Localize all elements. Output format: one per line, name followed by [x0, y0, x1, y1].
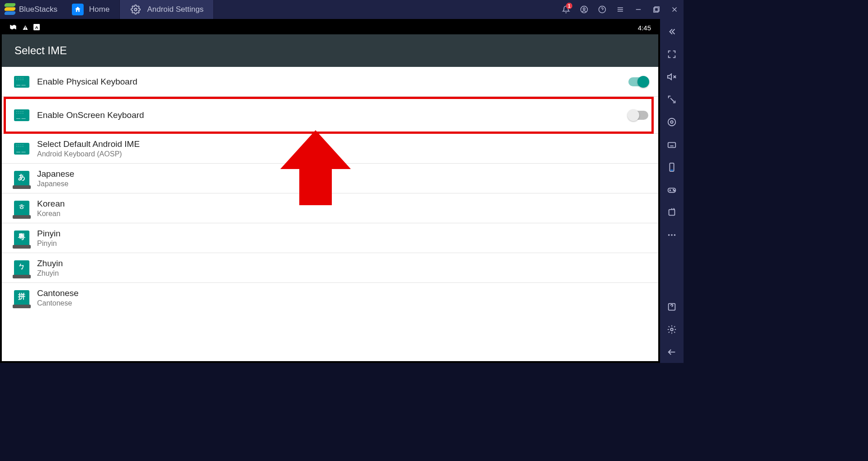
install-apk-icon[interactable]	[660, 202, 684, 223]
tab-android-settings[interactable]: Android Settings	[120, 0, 214, 19]
row-title: Enable OnScreen Keyboard	[37, 110, 628, 120]
right-toolbar	[660, 19, 684, 363]
svg-rect-25	[670, 170, 673, 171]
notifications-icon[interactable]: 1	[557, 0, 575, 19]
row-japanese[interactable]: あ Japanese Japanese	[2, 164, 658, 193]
gear-icon	[130, 4, 142, 15]
android-frame: A 4:45 Select IME Enable Physical Keyboa…	[0, 19, 660, 363]
svg-point-18	[668, 118, 676, 126]
tab-home-label: Home	[89, 5, 109, 14]
keyboard-icon	[12, 76, 32, 88]
settings-list: Enable Physical Keyboard Enable OnScreen…	[2, 67, 658, 361]
help-square-icon[interactable]	[660, 296, 684, 318]
toggle-physical-keyboard[interactable]	[628, 77, 648, 86]
row-enable-physical-keyboard[interactable]: Enable Physical Keyboard	[2, 67, 658, 97]
row-title: Japanese	[37, 169, 648, 179]
warning-icon	[22, 24, 29, 32]
svg-point-2	[583, 8, 585, 10]
row-subtitle: Cantonese	[37, 299, 648, 307]
svg-point-17	[670, 121, 673, 123]
keyboard-icon	[12, 143, 32, 155]
keyboard-icon	[12, 109, 32, 121]
notification-badge: 1	[566, 3, 572, 9]
account-icon[interactable]	[575, 0, 593, 19]
gamepad-icon[interactable]	[660, 179, 684, 201]
row-title: Enable Physical Keyboard	[37, 77, 628, 87]
row-cantonese[interactable]: 拼 Cantonese Cantonese	[2, 283, 658, 313]
glyph: 拼	[14, 292, 29, 301]
app-name: BlueStacks	[19, 5, 57, 14]
row-pinyin[interactable]: 粵 Pinyin Pinyin	[2, 223, 658, 253]
titlebar: BlueStacks Home Android Settings 1	[0, 0, 684, 19]
collapse-sidebar-icon[interactable]	[660, 21, 684, 42]
maximize-icon[interactable]	[647, 0, 665, 19]
location-icon[interactable]	[660, 111, 684, 133]
row-subtitle: Android Keyboard (AOSP)	[37, 150, 648, 158]
glyph: ㅎ	[14, 202, 29, 212]
android-status-bar: A 4:45	[2, 21, 658, 34]
language-icon: 拼	[12, 290, 32, 306]
row-subtitle: Zhuyin	[37, 269, 648, 278]
row-subtitle: Korean	[37, 210, 648, 218]
row-korean[interactable]: ㅎ Korean Korean	[2, 193, 658, 223]
row-subtitle: Pinyin	[37, 240, 648, 248]
svg-rect-31	[669, 210, 675, 216]
row-enable-onscreen-keyboard[interactable]: Enable OnScreen Keyboard	[2, 97, 658, 134]
hamburger-menu-icon[interactable]	[611, 0, 629, 19]
glyph: あ	[14, 173, 29, 182]
language-icon: ㅎ	[12, 201, 32, 216]
glyph: 粵	[14, 232, 29, 242]
row-title: Korean	[37, 199, 648, 209]
svg-point-34	[674, 234, 676, 236]
home-icon	[72, 4, 84, 15]
svg-point-30	[674, 190, 675, 191]
tab-home[interactable]: Home	[62, 0, 120, 19]
row-subtitle: Japanese	[37, 180, 648, 188]
tab-settings-label: Android Settings	[147, 5, 203, 14]
bluestacks-logo-icon	[4, 3, 16, 16]
volume-mute-icon[interactable]	[660, 66, 684, 88]
more-icon[interactable]	[660, 224, 684, 246]
status-time: 4:45	[638, 24, 651, 32]
back-icon[interactable]	[660, 341, 684, 363]
row-title: Pinyin	[37, 229, 648, 239]
fullscreen-icon[interactable]	[660, 43, 684, 65]
language-icon: 粵	[12, 230, 32, 246]
app-status-icon: A	[33, 24, 40, 32]
svg-rect-19	[668, 142, 676, 147]
svg-point-33	[671, 234, 673, 236]
map-icon	[9, 24, 17, 32]
svg-rect-9	[655, 7, 659, 11]
rotate-device-icon[interactable]	[660, 156, 684, 178]
row-title: Zhuyin	[37, 259, 648, 268]
glyph: ㄅ	[14, 262, 29, 272]
row-title: Select Default Android IME	[37, 139, 648, 149]
cursor-lock-icon[interactable]	[660, 89, 684, 110]
close-icon[interactable]	[665, 0, 684, 19]
svg-text:A: A	[35, 24, 38, 29]
row-title: Cantonese	[37, 288, 648, 298]
svg-point-0	[135, 8, 137, 11]
language-icon: ㄅ	[12, 260, 32, 276]
keyboard-controls-icon[interactable]	[660, 134, 684, 155]
svg-rect-10	[654, 8, 658, 12]
language-icon: あ	[12, 171, 32, 186]
svg-point-32	[668, 234, 670, 236]
svg-point-37	[670, 328, 673, 331]
row-select-default-ime[interactable]: Select Default Android IME Android Keybo…	[2, 134, 658, 164]
android-header: Select IME	[2, 34, 658, 67]
minimize-icon[interactable]	[629, 0, 647, 19]
help-icon[interactable]	[593, 0, 611, 19]
toggle-onscreen-keyboard[interactable]	[628, 111, 648, 120]
settings-gear-icon[interactable]	[660, 319, 684, 340]
row-zhuyin[interactable]: ㄅ Zhuyin Zhuyin	[2, 253, 658, 283]
page-title: Select IME	[14, 44, 67, 57]
